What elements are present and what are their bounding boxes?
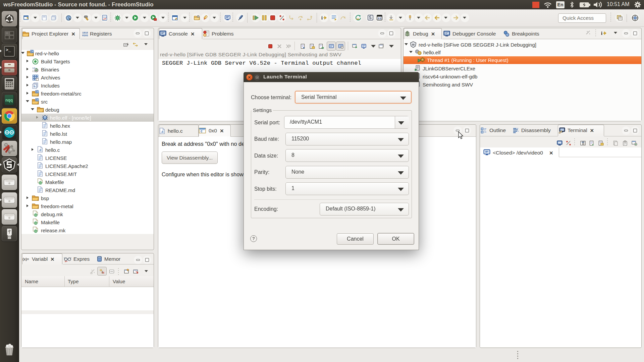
svg-text:i: i — [601, 31, 602, 36]
svg-text:i: i — [321, 15, 323, 20]
svg-text:ts: ts — [102, 271, 104, 274]
svg-text:s: s — [592, 143, 594, 146]
